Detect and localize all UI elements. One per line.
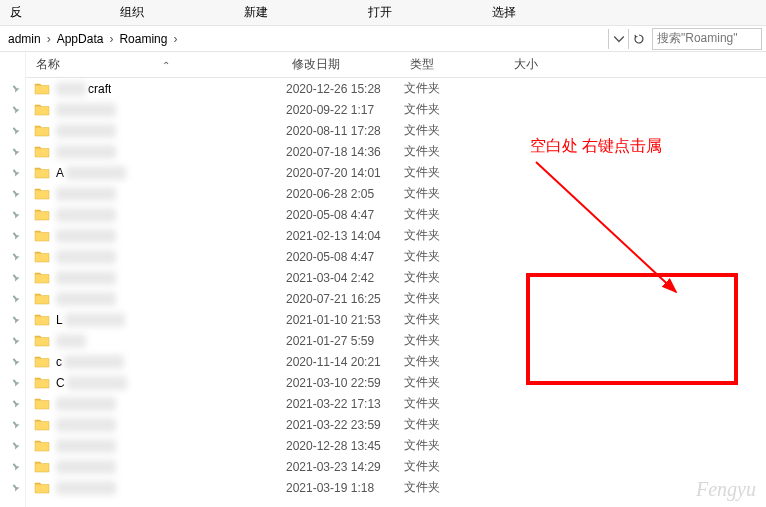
file-date: 2021-01-10 21:53 <box>286 313 404 327</box>
file-name: craft <box>26 81 286 97</box>
breadcrumb[interactable]: admin › AppData › Roaming › <box>0 26 608 51</box>
toolbar-open[interactable]: 打开 <box>318 4 442 21</box>
table-row[interactable]: 2020-09-22 1:17文件夹 <box>26 99 766 120</box>
file-name <box>26 291 286 307</box>
search-placeholder: 搜索"Roaming" <box>657 30 738 47</box>
refresh-button[interactable] <box>628 29 648 49</box>
file-type: 文件夹 <box>404 248 508 265</box>
annotation-box <box>526 273 738 385</box>
file-list[interactable]: 名称 ⌃ 修改日期 类型 大小 craft2020-12-26 15:28文件夹… <box>26 52 766 507</box>
file-name: C <box>26 375 286 391</box>
pin-icon[interactable] <box>0 141 25 162</box>
header-type[interactable]: 类型 <box>404 56 508 73</box>
file-date: 2020-07-20 14:01 <box>286 166 404 180</box>
pin-icon[interactable] <box>0 477 25 498</box>
table-row[interactable]: 2021-03-22 17:13文件夹 <box>26 393 766 414</box>
file-date: 2021-03-10 22:59 <box>286 376 404 390</box>
table-row[interactable]: craft2020-12-26 15:28文件夹 <box>26 78 766 99</box>
file-type: 文件夹 <box>404 311 508 328</box>
file-type: 文件夹 <box>404 80 508 97</box>
pin-icon[interactable] <box>0 225 25 246</box>
table-row[interactable]: 2021-03-23 14:29文件夹 <box>26 456 766 477</box>
pin-icon[interactable] <box>0 78 25 99</box>
file-date: 2020-12-26 15:28 <box>286 82 404 96</box>
file-date: 2020-07-18 14:36 <box>286 145 404 159</box>
pin-icon[interactable] <box>0 99 25 120</box>
chevron-right-icon[interactable]: › <box>107 32 115 46</box>
pin-icon[interactable] <box>0 162 25 183</box>
folder-icon <box>34 144 50 160</box>
file-date: 2021-03-22 23:59 <box>286 418 404 432</box>
pin-icon[interactable] <box>0 246 25 267</box>
file-date: 2020-05-08 4:47 <box>286 250 404 264</box>
annotation-text: 空白处 右键点击属 <box>530 136 662 157</box>
table-row[interactable]: 2020-05-08 4:47文件夹 <box>26 204 766 225</box>
pin-icon[interactable] <box>0 288 25 309</box>
file-type: 文件夹 <box>404 227 508 244</box>
toolbar-new[interactable]: 新建 <box>194 4 318 21</box>
file-type: 文件夹 <box>404 101 508 118</box>
table-row[interactable]: 2021-03-19 1:18文件夹 <box>26 477 766 498</box>
pin-icon[interactable] <box>0 204 25 225</box>
pin-icon[interactable] <box>0 393 25 414</box>
history-dropdown[interactable] <box>608 29 628 49</box>
pin-icon[interactable] <box>0 120 25 141</box>
pin-icon[interactable] <box>0 435 25 456</box>
search-input[interactable]: 搜索"Roaming" <box>652 28 762 50</box>
table-row[interactable]: A2020-07-20 14:01文件夹 <box>26 162 766 183</box>
header-date[interactable]: 修改日期 <box>286 56 404 73</box>
file-name: A <box>26 165 286 181</box>
file-type: 文件夹 <box>404 479 508 496</box>
sidebar <box>0 52 26 507</box>
file-name <box>26 480 286 496</box>
file-name <box>26 270 286 286</box>
file-name <box>26 186 286 202</box>
file-date: 2021-03-04 2:42 <box>286 271 404 285</box>
file-date: 2021-01-27 5:59 <box>286 334 404 348</box>
toolbar-item[interactable]: 反 <box>10 4 30 21</box>
file-date: 2020-08-11 17:28 <box>286 124 404 138</box>
chevron-right-icon[interactable]: › <box>171 32 179 46</box>
toolbar-select[interactable]: 选择 <box>442 4 566 21</box>
sort-indicator-icon: ⌃ <box>162 60 170 71</box>
crumb-roaming[interactable]: Roaming <box>115 32 171 46</box>
toolbar: 反 组织 新建 打开 选择 <box>0 0 766 26</box>
pin-icon[interactable] <box>0 456 25 477</box>
table-row[interactable]: 2021-02-13 14:04文件夹 <box>26 225 766 246</box>
file-date: 2020-06-28 2:05 <box>286 187 404 201</box>
table-row[interactable]: 2020-06-28 2:05文件夹 <box>26 183 766 204</box>
table-row[interactable]: 2020-12-28 13:45文件夹 <box>26 435 766 456</box>
folder-icon <box>34 459 50 475</box>
file-type: 文件夹 <box>404 332 508 349</box>
pin-icon[interactable] <box>0 372 25 393</box>
table-row[interactable]: 2021-03-22 23:59文件夹 <box>26 414 766 435</box>
pin-icon[interactable] <box>0 351 25 372</box>
toolbar-organize[interactable]: 组织 <box>70 4 194 21</box>
file-name: c <box>26 354 286 370</box>
watermark: Fengyu <box>696 478 756 501</box>
table-row[interactable]: 2020-05-08 4:47文件夹 <box>26 246 766 267</box>
file-type: 文件夹 <box>404 395 508 412</box>
pin-icon[interactable] <box>0 183 25 204</box>
pin-icon[interactable] <box>0 267 25 288</box>
file-type: 文件夹 <box>404 143 508 160</box>
file-name <box>26 459 286 475</box>
chevron-right-icon[interactable]: › <box>45 32 53 46</box>
header-size[interactable]: 大小 <box>508 56 568 73</box>
pin-icon[interactable] <box>0 330 25 351</box>
header-name[interactable]: 名称 ⌃ <box>26 56 286 73</box>
folder-icon <box>34 249 50 265</box>
file-name <box>26 228 286 244</box>
file-date: 2021-03-19 1:18 <box>286 481 404 495</box>
folder-icon <box>34 291 50 307</box>
crumb-appdata[interactable]: AppData <box>53 32 108 46</box>
crumb-admin[interactable]: admin <box>4 32 45 46</box>
pin-icon[interactable] <box>0 414 25 435</box>
folder-icon <box>34 228 50 244</box>
file-name: L <box>26 312 286 328</box>
pin-icon[interactable] <box>0 309 25 330</box>
file-date: 2021-02-13 14:04 <box>286 229 404 243</box>
file-type: 文件夹 <box>404 458 508 475</box>
folder-icon <box>34 354 50 370</box>
file-name <box>26 438 286 454</box>
